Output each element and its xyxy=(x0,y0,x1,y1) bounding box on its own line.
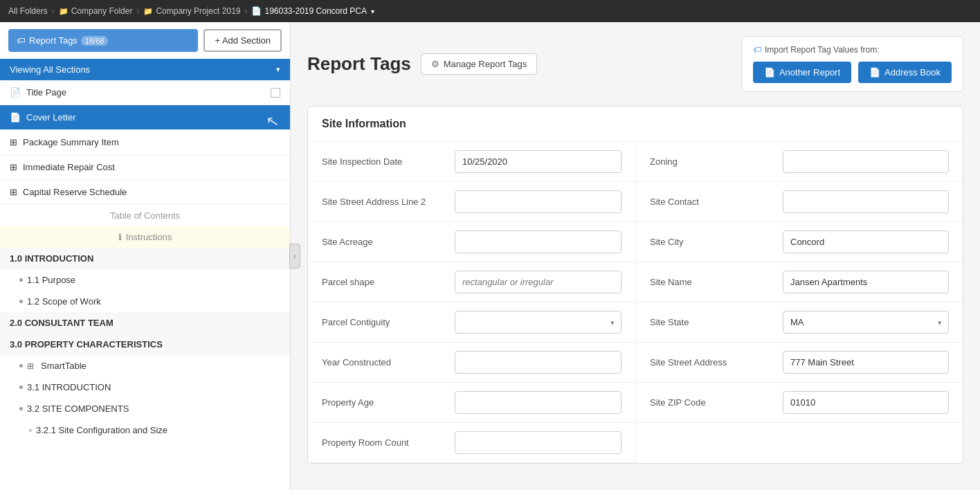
input-site-name[interactable] xyxy=(783,271,949,293)
dot-icon xyxy=(19,278,23,282)
sidebar-item-title-page[interactable]: 📄 Title Page xyxy=(0,80,290,105)
select-site-state[interactable]: MA CT NY xyxy=(783,311,949,334)
import-panel: 🏷 Import Report Tag Values from: 📄 Anoth… xyxy=(741,36,963,92)
label-year-constructed: Year Constructed xyxy=(322,357,446,368)
info-icon: ℹ xyxy=(118,232,122,242)
label-site-zip: Site ZIP Code xyxy=(650,397,774,408)
sidebar-collapse-toggle[interactable]: ‹ xyxy=(289,244,300,269)
chevron-down-icon: ▾ xyxy=(276,65,280,74)
breadcrumb-company-project[interactable]: 📁 Company Project 2019 xyxy=(143,6,240,16)
select-parcel-contiguity[interactable]: Contiguous Non-contiguous xyxy=(455,311,621,334)
input-site-street-address[interactable] xyxy=(783,351,949,374)
input-inspection-date[interactable] xyxy=(455,150,621,173)
report-tags-button[interactable]: 🏷 Report Tags 18/68 xyxy=(8,29,198,52)
form-row-acreage: Site Acreage xyxy=(308,222,635,262)
tag-icon: 🏷 xyxy=(17,35,26,46)
input-property-room-count[interactable] xyxy=(455,431,621,454)
input-property-age[interactable] xyxy=(455,391,621,414)
sidebar-item-purpose[interactable]: 1.1 Purpose xyxy=(0,269,290,291)
page-title: Report Tags xyxy=(307,53,411,75)
sidebar-list: 📄 Title Page 📄 Cover Letter ↖ ⊞ Package … xyxy=(0,80,290,490)
label-acreage: Site Acreage xyxy=(322,237,446,247)
input-street-address-2[interactable] xyxy=(455,190,621,213)
sidebar-header-consultant[interactable]: 2.0 CONSULTANT TEAM xyxy=(0,312,290,334)
form-row-site-street-address: Site Street Address xyxy=(636,343,963,383)
doc-icon-import2: 📄 xyxy=(869,67,880,78)
input-site-contact[interactable] xyxy=(783,190,949,213)
manage-report-tags-button[interactable]: ⚙ Manage Report Tags xyxy=(421,53,537,75)
sidebar-header-intro[interactable]: 1.0 INTRODUCTION xyxy=(0,248,290,269)
site-information-form: Site Information Site Inspection Date Si… xyxy=(307,106,963,464)
sidebar-item-cover-letter[interactable]: 📄 Cover Letter ↖ xyxy=(0,105,290,130)
input-site-zip[interactable] xyxy=(783,391,949,414)
label-zoning: Zoning xyxy=(650,156,774,167)
import-address-book-button[interactable]: 📄 Address Book xyxy=(858,62,952,83)
report-tags-count: 18/68 xyxy=(81,36,109,46)
doc-icon-import1: 📄 xyxy=(764,67,775,78)
breadcrumb-current-doc[interactable]: 📄 196033-2019 Concord PCA ▾ xyxy=(251,6,374,16)
input-acreage[interactable] xyxy=(455,230,621,253)
form-row-parcel-contiguity: Parcel Contiguity Contiguous Non-contigu… xyxy=(308,302,635,343)
form-right-col: Zoning Site Contact Site City Site Name xyxy=(635,142,963,463)
main-content: Report Tags ⚙ Manage Report Tags 🏷 Impor… xyxy=(291,22,980,490)
label-property-age: Property Age xyxy=(322,397,446,408)
cursor-indicator: ↖ xyxy=(265,112,280,132)
sidebar-item-3-1[interactable]: 3.1 INTRODUCTION xyxy=(0,376,290,398)
sidebar-header-property[interactable]: 3.0 PROPERTY CHARACTERISTICS xyxy=(0,334,290,355)
sidebar-item-capital-reserve[interactable]: ⊞ Capital Reserve Schedule xyxy=(0,180,290,205)
breadcrumb-all-folders[interactable]: All Folders xyxy=(8,6,48,16)
sidebar-item-3-2[interactable]: 3.2 SITE COMPONENTS xyxy=(0,398,290,419)
parcel-contiguity-wrapper: Contiguous Non-contiguous ▾ xyxy=(455,311,621,334)
grid-icon: ⊞ xyxy=(10,137,17,147)
label-site-city: Site City xyxy=(650,237,774,247)
label-site-name: Site Name xyxy=(650,277,774,287)
form-row-property-age: Property Age xyxy=(308,383,635,423)
form-left-col: Site Inspection Date Site Street Address… xyxy=(308,142,635,463)
label-street-address-2: Site Street Address Line 2 xyxy=(322,197,446,207)
form-row-site-contact: Site Contact xyxy=(636,182,963,222)
label-parcel-contiguity: Parcel Contiguity xyxy=(322,317,446,327)
add-section-button[interactable]: + Add Section xyxy=(203,29,282,52)
page-title-area: Report Tags ⚙ Manage Report Tags xyxy=(307,53,537,75)
form-row-site-zip: Site ZIP Code xyxy=(636,383,963,423)
label-property-room-count: Property Room Count xyxy=(322,437,446,448)
label-site-contact: Site Contact xyxy=(650,197,774,207)
gear-icon: ⚙ xyxy=(431,59,439,69)
sidebar-item-smarttable[interactable]: ⊞ SmartTable xyxy=(0,355,290,376)
label-inspection-date: Site Inspection Date xyxy=(322,156,446,167)
sidebar-item-toc[interactable]: Table of Contents xyxy=(0,205,290,226)
sidebar-item-3-2-1[interactable]: 3.2.1 Site Configuration and Size xyxy=(0,419,290,441)
sidebar-item-package-summary[interactable]: ⊞ Package Summary Item xyxy=(0,130,290,155)
title-page-checkbox[interactable] xyxy=(271,88,280,98)
viewing-sections-dropdown[interactable]: Viewing All Sections ▾ xyxy=(0,59,290,80)
sidebar-item-instructions[interactable]: ℹ Instructions xyxy=(0,226,290,248)
form-row-site-city: Site City xyxy=(636,222,963,262)
label-site-street-address: Site Street Address xyxy=(650,357,774,368)
table-icon: ⊞ xyxy=(27,361,34,371)
input-site-city[interactable] xyxy=(783,230,949,253)
import-buttons: 📄 Another Report 📄 Address Book xyxy=(753,62,952,83)
form-row-parcel-shape: Parcel shape xyxy=(308,262,635,302)
sidebar-item-scope[interactable]: 1.2 Scope of Work xyxy=(0,291,290,312)
doc-icon: 📄 xyxy=(251,6,262,16)
form-row-zoning: Zoning xyxy=(636,142,963,182)
form-row-site-name: Site Name xyxy=(636,262,963,302)
input-zoning[interactable] xyxy=(783,150,949,173)
breadcrumb-dropdown-arrow[interactable]: ▾ xyxy=(371,8,374,15)
import-another-report-button[interactable]: 📄 Another Report xyxy=(753,62,851,83)
site-state-wrapper: MA CT NY ▾ xyxy=(783,311,949,334)
import-label: 🏷 Import Report Tag Values from: xyxy=(753,45,880,55)
sidebar-item-immediate-repair[interactable]: ⊞ Immediate Repair Cost xyxy=(0,155,290,180)
folder-icon-2: 📁 xyxy=(143,7,153,16)
input-parcel-shape[interactable] xyxy=(455,271,621,293)
input-year-constructed[interactable] xyxy=(455,351,621,374)
grid-icon-3: ⊞ xyxy=(10,187,17,197)
dot-icon-4 xyxy=(19,385,23,389)
breadcrumb-company-folder[interactable]: 📁 Company Folder xyxy=(59,6,133,16)
dot-icon-3 xyxy=(19,364,23,368)
dot-icon-2 xyxy=(19,300,23,303)
doc-icon: 📄 xyxy=(10,87,21,98)
page-header: Report Tags ⚙ Manage Report Tags 🏷 Impor… xyxy=(307,36,963,92)
dot-icon-5 xyxy=(19,407,23,410)
sidebar-toolbar: 🏷 Report Tags 18/68 + Add Section xyxy=(0,22,290,59)
